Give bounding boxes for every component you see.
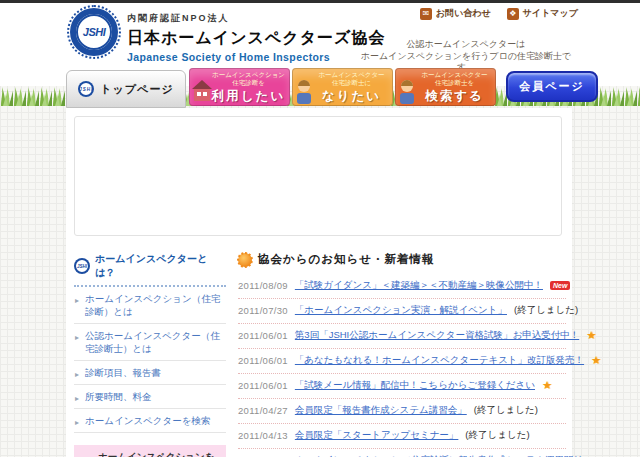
news-link[interactable]: 第3回「JSHI公認ホームインスペクター資格試験」お申込受付中！ (295, 329, 579, 342)
person-illustration-icon (397, 78, 419, 104)
contact-link-label: お問い合わせ (436, 7, 491, 20)
sidebar-banner-use-label: ホームインスペクションを利用したい (98, 451, 214, 457)
new-badge: New (550, 281, 570, 290)
news-date: 2011/07/30 (238, 305, 288, 316)
news-link[interactable]: 「あなたもなれる！ホームインスペクターテキスト」改訂版発売！ (295, 354, 584, 367)
site-title: 日本ホームインスペクターズ協会 (127, 28, 385, 49)
jshi-logo-inner: JSHI (76, 14, 112, 50)
news-heading: 協会からのお知らせ・新着情報 (238, 252, 566, 267)
news-date: 2011/06/01 (238, 330, 288, 341)
news-date: 2011/06/01 (238, 380, 288, 391)
site-title-en: Japanese Society of Home Inspectors (127, 51, 385, 63)
triangle-bullet-icon: ▸ (75, 416, 79, 429)
news-suffix: (終了しました) (465, 429, 529, 442)
news-link[interactable]: 会員限定「スタートアップセミナー」 (295, 429, 459, 442)
sidebar-link-item[interactable]: ▸ 所要時間、料金 (74, 385, 226, 409)
sidebar-link-item[interactable]: ▸ ホームインスペクション（住宅診断）とは (74, 287, 226, 324)
sidebar-link-item[interactable]: ▸ 公認ホームインスペクター（住宅診断士）とは (74, 324, 226, 361)
news-item: 2011/08/09 「試験ガイダンス」＜建築編＞＜不動産編＞映像公開中！ Ne… (238, 274, 566, 299)
sidebar-link-item[interactable]: ▸ ホームインスペクターを検索 (74, 409, 226, 433)
news-item: 2011/06/01 第3回「JSHI公認ホームインスペクター資格試験」お申込受… (238, 324, 566, 349)
content-column: JSHI ホームインスペクターとは？ ▸ ホームインスペクション（住宅診断）とは… (66, 108, 572, 457)
main-banner[interactable] (74, 116, 562, 236)
news-item: 2011/04/13 会員限定「スタートアップセミナー」 (終了しました) (238, 424, 566, 449)
sidebar-title-label: ホームインスペクターとは？ (95, 252, 226, 280)
sidebar-link[interactable]: ホームインスペクション（住宅診断）とは (85, 293, 220, 317)
sparkle-icon: ★ (591, 354, 601, 367)
sitemap-link-label: サイトマップ (523, 7, 578, 20)
main-navigation: JSHI トップページ ホームインスペクション 住宅診断を 利用したい ホームイ… (66, 68, 598, 108)
triangle-bullet-icon: ▸ (75, 392, 79, 405)
nav-tab[interactable]: ホームインスペクター 住宅診断士に なりたい (292, 68, 393, 106)
sidebar-link[interactable]: ホームインスペクターを検索 (85, 415, 211, 426)
site-titles: 内閣府認証NPO法人 日本ホームインスペクターズ協会 Japanese Soci… (127, 12, 385, 63)
sidebar-banner-use[interactable]: ホームインスペクションを利用したい (74, 445, 226, 457)
news-link[interactable]: 「試験ガイダンス」＜建築編＞＜不動産編＞映像公開中！ (295, 279, 543, 292)
jshi-mini-icon: JSHI (74, 258, 90, 274)
jshi-logo-text: JSHI (83, 26, 105, 38)
news-heading-label: 協会からのお知らせ・新着情報 (258, 252, 435, 267)
news-suffix: (終了しました) (514, 304, 578, 317)
sidebar-link-item[interactable]: ▸ 診断項目、報告書 (74, 361, 226, 385)
sparkle-icon: ★ (542, 379, 552, 392)
org-type-label: 内閣府認証NPO法人 (127, 12, 385, 25)
sidebar-link[interactable]: 診断項目、報告書 (85, 367, 161, 378)
contact-link[interactable]: ✉ お問い合わせ (420, 7, 491, 20)
jshi-mini-icon: JSHI (78, 81, 94, 97)
triangle-bullet-icon: ▸ (75, 294, 79, 307)
news-link[interactable]: 会員限定「報告書作成システム講習会」 (295, 404, 467, 417)
sidebar-link[interactable]: 所要時間、料金 (85, 391, 152, 402)
news-item: 2011/04/27 会員限定「報告書作成システム講習会」 (終了しました) (238, 399, 566, 424)
nav-tab[interactable]: ホームインスペクション 住宅診断を 利用したい (189, 68, 290, 106)
sidebar-links: ▸ ホームインスペクション（住宅診断）とは ▸ 公認ホームインスペクター（住宅診… (74, 287, 226, 433)
tab-member-page[interactable]: 会員ページ (506, 71, 598, 102)
tab-top-page-label: トップページ (100, 82, 173, 97)
sitemap-link[interactable]: ❖ サイトマップ (507, 7, 578, 20)
sidebar-title: JSHI ホームインスペクターとは？ (74, 252, 226, 287)
news-date: 2011/04/13 (238, 430, 288, 441)
news-list: 2011/08/09 「試験ガイダンス」＜建築編＞＜不動産編＞映像公開中！ Ne… (238, 274, 566, 457)
sidebar: JSHI ホームインスペクターとは？ ▸ ホームインスペクション（住宅診断）とは… (74, 252, 226, 457)
house-illustration-icon (191, 78, 213, 104)
jshi-logo[interactable]: JSHI (70, 8, 118, 56)
flower-icon (238, 253, 252, 267)
news-link[interactable]: 「試験メール情報」配信中！こちらからご登録ください (295, 379, 535, 392)
news-date: 2011/04/27 (238, 405, 288, 416)
news-item: 2011/06/01 「試験メール情報」配信中！こちらからご登録ください ★ (238, 374, 566, 399)
news-suffix: (終了しました) (474, 404, 538, 417)
triangle-bullet-icon: ▸ (75, 368, 79, 381)
news-section: 協会からのお知らせ・新着情報 2011/08/09 「試験ガイダンス」＜建築編＞… (238, 252, 566, 457)
news-date: 2011/08/09 (238, 280, 288, 291)
news-date: 2011/06/01 (238, 355, 288, 366)
sidebar-link[interactable]: 公認ホームインスペクター（住宅診断士）とは (85, 330, 220, 354)
sparkle-icon: ★ (586, 329, 596, 342)
mail-icon: ✉ (420, 8, 432, 20)
news-item: 2011/03/01 ホームインスペクション（住宅診断）報告書作成システム運用開… (238, 449, 566, 457)
news-item: 2011/07/30 「ホームインスペクション実演・解説イベント」 (終了しまし… (238, 299, 566, 324)
news-item: 2011/06/01 「あなたもなれる！ホームインスペクターテキスト」改訂版発売… (238, 349, 566, 374)
utility-links: ✉ お問い合わせ ❖ サイトマップ (420, 7, 578, 20)
tab-top-page[interactable]: JSHI トップページ (66, 70, 186, 108)
tagline-line1: 公認ホームインスペクターは (356, 39, 576, 51)
triangle-bullet-icon: ▸ (75, 331, 79, 344)
nav-tab[interactable]: ホームインスペクター 住宅診断士を 検索する (395, 68, 496, 106)
person-illustration-icon (294, 78, 316, 104)
sitemap-icon: ❖ (507, 8, 519, 20)
news-link[interactable]: 「ホームインスペクション実演・解説イベント」 (295, 304, 507, 317)
